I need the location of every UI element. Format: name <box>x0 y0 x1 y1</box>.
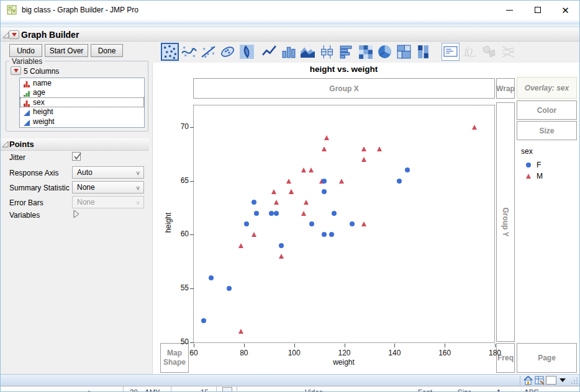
data-point-f[interactable] <box>269 211 274 216</box>
data-point-m[interactable] <box>339 179 344 184</box>
columns-menu-icon[interactable] <box>11 66 21 75</box>
data-point-f[interactable] <box>309 221 314 226</box>
data-point-m[interactable] <box>301 167 306 172</box>
data-point-m[interactable] <box>361 157 366 162</box>
ordinal-column-icon <box>23 89 30 96</box>
disclosure-triangle-icon[interactable] <box>73 210 80 218</box>
maximize-button[interactable] <box>523 1 551 19</box>
smoother-icon[interactable] <box>180 43 198 61</box>
ellipse-icon[interactable] <box>219 43 237 61</box>
bar-icon[interactable] <box>279 43 297 61</box>
drop-zone-page[interactable]: Page <box>517 343 577 373</box>
data-point-m[interactable] <box>377 146 382 151</box>
box-plot-icon[interactable] <box>318 43 336 61</box>
variable-item-height[interactable]: height <box>20 107 144 117</box>
journal-icon[interactable] <box>535 376 545 385</box>
drop-zone-group-x[interactable]: Group X <box>193 78 495 99</box>
line-of-fit-icon[interactable] <box>199 43 217 61</box>
legend-item-f[interactable]: F <box>521 159 577 171</box>
minimize-button[interactable] <box>496 1 523 19</box>
drop-zone-map-shape[interactable]: Map Shape <box>160 343 189 373</box>
line-icon[interactable] <box>260 43 278 61</box>
variable-item-name[interactable]: name <box>20 78 144 88</box>
title-bar[interactable]: big class - Graph Builder - JMP Pro ✕ <box>1 1 579 19</box>
data-point-m[interactable] <box>361 146 366 151</box>
data-point-m[interactable] <box>304 200 309 205</box>
summary-statistic-dropdown[interactable]: None˅ <box>72 181 144 194</box>
caption-box-icon[interactable] <box>442 43 460 61</box>
close-button[interactable]: ✕ <box>551 1 579 19</box>
points-collapse-triangle-icon[interactable] <box>2 141 9 148</box>
home-icon[interactable] <box>523 376 533 385</box>
data-point-f[interactable] <box>322 232 327 237</box>
data-point-f[interactable] <box>329 232 334 237</box>
y-tick-mark <box>190 127 194 128</box>
data-point-m[interactable] <box>238 329 243 334</box>
undo-button[interactable]: Undo <box>9 44 42 57</box>
data-point-f[interactable] <box>201 318 206 323</box>
columns-count-label: 5 Columns <box>24 67 59 76</box>
data-point-f[interactable] <box>279 243 284 248</box>
data-point-m[interactable] <box>271 189 276 194</box>
response-axis-dropdown[interactable]: Auto˅ <box>72 166 144 179</box>
done-button[interactable]: Done <box>91 44 123 57</box>
data-point-f[interactable] <box>405 167 410 172</box>
heatmap-icon[interactable] <box>356 43 374 61</box>
variable-item-weight[interactable]: weight <box>20 117 144 127</box>
variables-list[interactable]: nameagesexheightweight <box>19 78 145 128</box>
chevron-down-icon: ˅ <box>136 185 140 192</box>
drop-zone-group-y[interactable]: Group Y <box>496 102 515 342</box>
data-point-m[interactable] <box>472 125 477 130</box>
graph-builder-menu-icon[interactable] <box>9 30 19 39</box>
data-point-f[interactable] <box>251 200 256 205</box>
data-point-f[interactable] <box>350 221 355 226</box>
area-icon[interactable] <box>299 43 317 61</box>
resize-grip[interactable] <box>571 377 578 385</box>
data-point-f[interactable] <box>397 179 402 184</box>
data-point-m[interactable] <box>301 211 306 216</box>
variable-item-sex[interactable]: sex <box>20 97 144 107</box>
data-point-f[interactable] <box>209 275 214 280</box>
jitter-checkbox[interactable] <box>72 152 81 161</box>
data-point-m[interactable] <box>274 200 279 205</box>
data-point-m[interactable] <box>309 167 314 172</box>
data-point-f[interactable] <box>227 286 232 291</box>
data-point-m[interactable] <box>322 146 327 151</box>
data-point-m[interactable] <box>251 232 256 237</box>
drop-zone-overlay[interactable]: Overlay: sex <box>517 77 577 99</box>
data-point-m[interactable] <box>324 135 329 140</box>
legend-item-m[interactable]: M <box>521 171 577 182</box>
data-point-f[interactable] <box>322 189 327 194</box>
mosaic-icon[interactable] <box>414 43 432 61</box>
drop-zone-wrap[interactable]: Wrap <box>496 78 515 99</box>
points-icon[interactable] <box>161 43 179 61</box>
dropdown-arrow-icon[interactable] <box>560 378 566 382</box>
data-point-f[interactable] <box>274 211 279 216</box>
data-point-f[interactable] <box>254 211 259 216</box>
x-axis-title: weight <box>193 358 494 367</box>
drop-zone-color[interactable]: Color <box>517 100 577 120</box>
data-point-m[interactable] <box>286 179 291 184</box>
drop-zone-freq[interactable]: Freq <box>496 343 515 373</box>
data-point-f[interactable] <box>244 221 249 226</box>
start-over-button[interactable]: Start Over <box>45 44 88 57</box>
histogram-icon[interactable] <box>337 43 355 61</box>
variable-label: age <box>33 89 45 96</box>
scatter-plot-area[interactable]: 50556065706080100120140160180 <box>193 105 495 343</box>
divider <box>237 386 237 392</box>
x-tick-mark <box>394 344 395 347</box>
data-point-m[interactable] <box>361 221 366 226</box>
formula-icon: f() <box>461 43 479 61</box>
treemap-icon[interactable] <box>395 43 413 61</box>
contour-icon[interactable] <box>238 43 256 61</box>
color-swatch-box[interactable] <box>546 376 556 385</box>
variable-item-age[interactable]: age <box>20 88 144 98</box>
data-point-m[interactable] <box>289 189 294 194</box>
drop-zone-size[interactable]: Size <box>517 121 577 140</box>
pie-icon[interactable] <box>376 43 394 61</box>
data-point-m[interactable] <box>238 243 243 248</box>
y-tick-mark <box>190 342 194 343</box>
data-point-f[interactable] <box>332 211 337 216</box>
data-point-f[interactable] <box>322 179 327 184</box>
data-point-m[interactable] <box>279 254 284 259</box>
